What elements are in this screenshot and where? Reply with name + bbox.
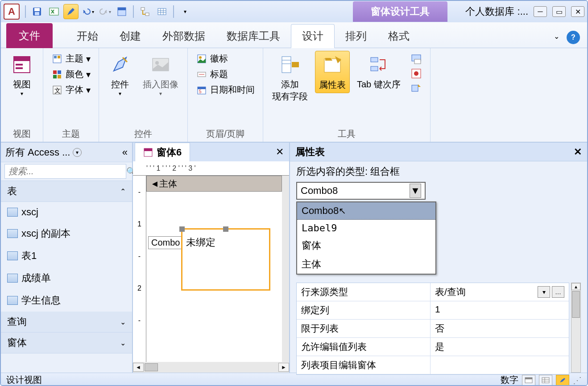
qat-table-icon[interactable] bbox=[154, 4, 170, 19]
title-bar: A ▾ ▾ ▾ 窗体设计工具 个人数据库 :... ─ ▭ ✕ bbox=[1, 1, 587, 22]
doc-tab-form6[interactable]: 窗体6 bbox=[135, 143, 190, 162]
property-row[interactable]: 行来源类型 表/查询 ▾ … bbox=[297, 283, 569, 301]
nav-dropdown-icon[interactable]: ▾ bbox=[73, 148, 82, 157]
qat-undo-icon[interactable]: ▾ bbox=[80, 4, 95, 19]
prop-dropdown-icon[interactable]: ▾ bbox=[538, 286, 550, 298]
dropdown-icon[interactable]: ▼ bbox=[410, 184, 421, 198]
vertical-ruler: -1-2- bbox=[133, 176, 146, 362]
combo-label[interactable]: Combo bbox=[148, 236, 183, 249]
status-numlock: 数字 bbox=[501, 374, 518, 386]
tab-arrange[interactable]: 排列 bbox=[335, 25, 377, 48]
design-view-icon[interactable] bbox=[556, 375, 569, 386]
svg-rect-1 bbox=[34, 8, 40, 11]
nav-item-score[interactable]: 成绩单 bbox=[1, 267, 132, 289]
logo-button[interactable]: 徽标 bbox=[193, 51, 257, 66]
property-dropdown: Combo8↖ Label9 窗体 主体 bbox=[296, 201, 436, 275]
property-close-icon[interactable]: ✕ bbox=[574, 146, 582, 158]
ribbon-tabs: 文件 开始 创建 外部数据 数据库工具 设计 排列 格式 ⌄ ? bbox=[1, 22, 587, 48]
dropdown-item-form[interactable]: 窗体 bbox=[297, 236, 435, 255]
minimize-button[interactable]: ─ bbox=[534, 6, 547, 17]
nav-item-xscj[interactable]: xscj bbox=[1, 202, 132, 222]
nav-header[interactable]: 所有 Access ... ▾ « bbox=[1, 143, 132, 162]
property-row[interactable]: 允许编辑值列表是 bbox=[297, 338, 569, 356]
property-row[interactable]: 限于列表否 bbox=[297, 320, 569, 338]
tab-create[interactable]: 创建 bbox=[109, 25, 152, 48]
property-sheet-button[interactable]: 属性表 bbox=[315, 51, 350, 93]
combo-control[interactable]: 未绑定 bbox=[181, 228, 270, 291]
qat-save-icon[interactable] bbox=[29, 4, 45, 19]
ribbon-body: 视图 ▾ 视图 主题 ▾ 颜色 ▾ 文字体 ▾ 主题 控件▾ 插入图像▾ 控件 bbox=[1, 48, 587, 143]
tab-order-button[interactable]: Tab 键次序 bbox=[353, 51, 404, 92]
nav-collapse-icon[interactable]: « bbox=[122, 147, 128, 158]
qat-customize-icon[interactable]: ▾ bbox=[178, 4, 193, 19]
app-icon: A bbox=[4, 4, 20, 20]
add-fields-label: 添加 现有字段 bbox=[272, 78, 308, 103]
tab-external-data[interactable]: 外部数据 bbox=[152, 25, 216, 48]
maximize-button[interactable]: ▭ bbox=[552, 6, 566, 17]
svg-rect-46 bbox=[412, 85, 418, 91]
qat-form-icon[interactable] bbox=[114, 4, 129, 19]
document-tabs: 窗体6 ✕ bbox=[133, 143, 289, 161]
nav-group-queries[interactable]: 查询⌄ bbox=[1, 312, 132, 333]
qat-relationship-icon[interactable] bbox=[137, 4, 153, 19]
doc-tab-close-icon[interactable]: ✕ bbox=[270, 146, 289, 158]
resize-grip-icon[interactable]: ⋰ bbox=[573, 375, 582, 386]
property-object-select[interactable]: Combo8 ▼ bbox=[296, 182, 426, 200]
qat-design-icon[interactable] bbox=[63, 4, 79, 19]
property-vscroll[interactable]: ▴ bbox=[571, 283, 581, 373]
svg-rect-18 bbox=[54, 56, 57, 58]
qat-excel-icon[interactable] bbox=[46, 4, 62, 19]
close-button[interactable]: ✕ bbox=[571, 6, 584, 17]
svg-rect-8 bbox=[158, 8, 166, 15]
svg-point-29 bbox=[199, 56, 202, 59]
property-type-label: 所选内容的类型: 组合框 bbox=[290, 161, 587, 182]
nav-item-student[interactable]: 学生信息 bbox=[1, 289, 132, 312]
insert-image-button[interactable]: 插入图像▾ bbox=[139, 51, 182, 99]
property-row[interactable]: 绑定列1 bbox=[297, 301, 569, 320]
form-view-icon[interactable] bbox=[522, 375, 535, 386]
controls-button[interactable]: 控件▾ bbox=[104, 51, 136, 99]
subform-icon[interactable] bbox=[410, 53, 422, 65]
view-button[interactable]: 视图 ▾ bbox=[6, 51, 37, 99]
svg-rect-16 bbox=[16, 67, 23, 69]
qat-redo-icon[interactable]: ▾ bbox=[97, 4, 112, 19]
themes-button[interactable]: 主题 ▾ bbox=[49, 51, 93, 66]
nav-group-forms[interactable]: 窗体⌄ bbox=[1, 333, 132, 353]
tab-home[interactable]: 开始 bbox=[66, 25, 109, 48]
tab-database-tools[interactable]: 数据库工具 bbox=[216, 25, 291, 48]
tab-format[interactable]: 格式 bbox=[377, 25, 420, 48]
title-button[interactable]: 标题 bbox=[193, 66, 257, 82]
scroll-up-icon[interactable]: ▴ bbox=[571, 283, 580, 290]
tab-order-label: Tab 键次序 bbox=[357, 78, 401, 90]
document-area: 窗体6 ✕ ' ' ' 1 ' ' ' 2 ' ' ' 3 ' -1-2- ◄ … bbox=[133, 143, 290, 373]
property-row[interactable]: 列表项目编辑窗体 bbox=[297, 356, 569, 374]
canvas-vscroll[interactable] bbox=[282, 176, 289, 362]
svg-point-27 bbox=[155, 61, 159, 65]
ribbon-minimize-icon[interactable]: ⌄ bbox=[550, 31, 563, 41]
search-input[interactable] bbox=[4, 164, 126, 179]
fonts-button[interactable]: 文字体 ▾ bbox=[49, 82, 93, 98]
add-fields-button[interactable]: 添加 现有字段 bbox=[269, 51, 311, 104]
scroll-right-icon[interactable]: ► bbox=[278, 363, 289, 372]
colors-button[interactable]: 颜色 ▾ bbox=[49, 66, 93, 82]
tab-design[interactable]: 设计 bbox=[291, 24, 335, 48]
canvas-hscroll[interactable]: ◄ ► bbox=[133, 362, 289, 373]
section-detail[interactable]: ◄ 主体 bbox=[146, 176, 282, 192]
help-button[interactable]: ? bbox=[567, 31, 580, 44]
file-tab[interactable]: 文件 bbox=[6, 23, 53, 48]
convert-macro-icon[interactable] bbox=[410, 82, 422, 94]
nav-item-xscj-copy[interactable]: xscj 的副本 bbox=[1, 222, 132, 245]
design-canvas[interactable]: ' ' ' 1 ' ' ' 2 ' ' ' 3 ' -1-2- ◄ 主体 Com… bbox=[133, 161, 289, 373]
datasheet-view-icon[interactable] bbox=[539, 375, 552, 386]
datetime-button[interactable]: 5日期和时间 bbox=[193, 82, 257, 98]
nav-item-table1[interactable]: 表1 bbox=[1, 245, 132, 267]
dropdown-item-combo8[interactable]: Combo8↖ bbox=[297, 202, 435, 220]
svg-rect-20 bbox=[53, 70, 57, 74]
builder-icon[interactable]: … bbox=[552, 286, 564, 298]
scroll-left-icon[interactable]: ◄ bbox=[133, 363, 144, 372]
code-icon[interactable] bbox=[410, 68, 422, 79]
dropdown-item-label9[interactable]: Label9 bbox=[297, 220, 435, 236]
property-sheet: 属性表 ✕ 所选内容的类型: 组合框 Combo8 ▼ Combo8↖ Labe… bbox=[290, 143, 587, 373]
nav-group-tables[interactable]: 表⌃ bbox=[1, 181, 132, 202]
dropdown-item-detail[interactable]: 主体 bbox=[297, 255, 435, 274]
